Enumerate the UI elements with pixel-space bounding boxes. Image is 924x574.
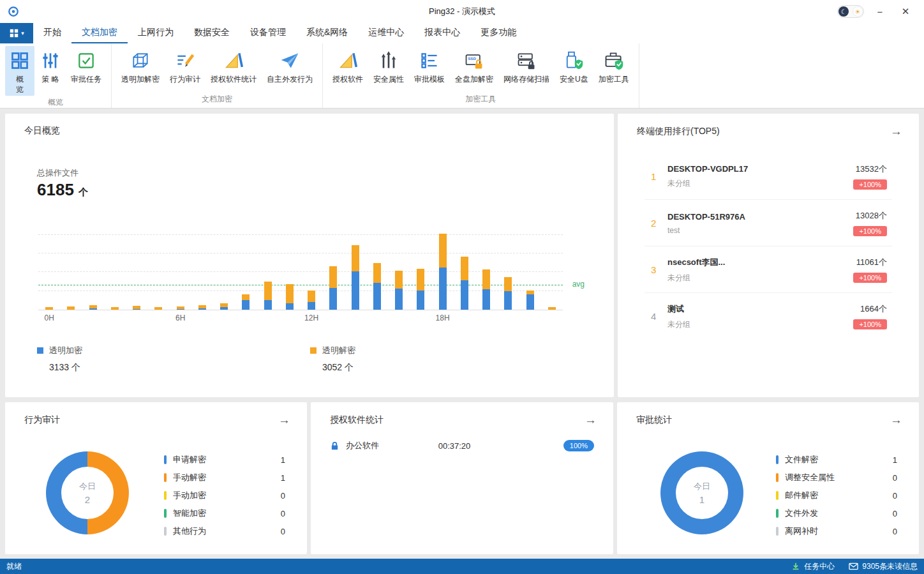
legend-item-申请解密: 申请解密1	[164, 451, 285, 469]
tab-设备管理[interactable]: 设备管理	[240, 23, 296, 43]
hour-bar-19H	[461, 257, 468, 310]
ranking-more-arrow-icon[interactable]: →	[890, 125, 902, 137]
grid-icon	[10, 50, 30, 72]
ribbon-button-策略[interactable]: 策 略	[36, 46, 65, 96]
task-center-button[interactable]: 任务中心	[791, 561, 835, 572]
briefcase-shield-icon	[604, 50, 624, 72]
app-menu-button[interactable]: ▾	[0, 23, 33, 43]
x-tick-22H	[519, 313, 541, 322]
tabs-container: 开始文档加密上网行为数据安全设备管理系统&网络运维中心报表中心更多功能	[33, 23, 526, 43]
approval-more-arrow-icon[interactable]: →	[890, 414, 902, 426]
segment-透明解密	[264, 282, 272, 300]
segment-透明解密	[308, 291, 315, 302]
unread-messages-button[interactable]: 9305条未读信息	[849, 561, 918, 572]
ribbon-button-自主外发行为[interactable]: 自主外发行为	[262, 46, 317, 93]
ribbon-button-安全属性[interactable]: 安全属性	[369, 46, 408, 93]
ribbon-button-行为审计[interactable]: 行为审计	[165, 46, 205, 93]
ribbon-button-概览[interactable]: 概 览	[5, 46, 34, 96]
segment-透明加密	[198, 308, 206, 310]
segment-透明加密	[329, 288, 337, 310]
hourly-bar-chart: avg 0H6H12H18H	[38, 226, 563, 324]
tab-数据安全[interactable]: 数据安全	[184, 23, 240, 43]
tab-报表中心[interactable]: 报表中心	[414, 23, 470, 43]
ribbon-button-授权软件[interactable]: 授权软件	[328, 46, 368, 93]
hour-bar-13H	[329, 266, 337, 310]
theme-toggle[interactable]: ☾ ☀	[837, 5, 864, 18]
tab-系统&网络[interactable]: 系统&网络	[296, 23, 358, 43]
tab-上网行为[interactable]: 上网行为	[128, 23, 184, 43]
x-tick-1H	[60, 313, 82, 322]
app-grid-icon	[9, 28, 19, 38]
segment-透明加密	[177, 309, 184, 310]
legend-item-手动加密: 手动加密0	[164, 487, 285, 504]
segment-透明解密	[548, 307, 556, 310]
hour-bar-11H	[286, 284, 294, 310]
ranking-row-4[interactable]: 4测试未分组1664个+100%	[618, 293, 919, 340]
segment-透明解密	[461, 257, 468, 280]
delta-badge: +100%	[853, 319, 887, 329]
segment-透明加密	[308, 302, 315, 310]
x-tick-16H	[388, 313, 410, 322]
legend-value: 0	[893, 491, 897, 501]
ranking-row-1[interactable]: 1DESKTOP-VGDPL17未分组13532个+100%	[618, 153, 919, 200]
legend-block-透明加密: 透明加密3133 个	[37, 345, 82, 374]
legend-value: 1	[281, 473, 285, 483]
legend-label: 透明解密	[322, 345, 355, 356]
ribbon-button-全盘加解密[interactable]: SSD全盘加解密	[451, 46, 498, 93]
rank-number: 1	[651, 171, 667, 182]
ranking-row-2[interactable]: 2DESKTOP-51R976Atest13028个+100%	[618, 200, 919, 246]
legend-label: 文件外发	[785, 508, 818, 519]
ribbon-button-安全U盘[interactable]: 安全U盘	[555, 46, 593, 93]
segment-透明加密	[264, 300, 272, 310]
ribbon-button-审批模板[interactable]: 审批模板	[410, 46, 449, 93]
software-row-办公软件[interactable]: 办公软件00:37:20100%	[330, 437, 594, 455]
software-name: 办公软件	[346, 440, 403, 451]
terminal-name: 测试	[667, 303, 853, 315]
ribbon-button-网络存储扫描[interactable]: 网络存储扫描	[499, 46, 554, 93]
ribbon-button-透明加解密[interactable]: 透明加解密	[117, 46, 164, 93]
tab-文档加密[interactable]: 文档加密	[71, 23, 128, 43]
legend-label: 手动加密	[173, 490, 206, 501]
lock-icon	[330, 441, 339, 451]
terminal-count: 1664个	[853, 303, 887, 315]
behavior-more-arrow-icon[interactable]: →	[278, 414, 290, 426]
approval-donut-chart: 今日 1	[660, 451, 743, 534]
envelope-icon	[849, 563, 858, 570]
software-more-arrow-icon[interactable]: →	[585, 414, 597, 426]
bar-slot-3H	[104, 226, 126, 310]
segment-透明解密	[111, 307, 119, 310]
tab-开始[interactable]: 开始	[33, 23, 71, 43]
ribbon-button-label: 行为审计	[170, 75, 200, 85]
ranking-row-3[interactable]: 3nsecsoft李国...未分组11061个+100%	[618, 246, 919, 293]
segment-透明加密	[242, 300, 250, 310]
hour-bar-4H	[133, 306, 140, 310]
terminal-name: DESKTOP-51R976A	[667, 212, 853, 222]
close-button[interactable]: ✕	[896, 3, 915, 20]
tab-更多功能[interactable]: 更多功能	[470, 23, 526, 43]
legend-value: 0	[281, 491, 285, 501]
status-ready-text: 就绪	[6, 561, 22, 572]
behavior-card-title: 行为审计	[24, 414, 60, 426]
segment-透明解密	[242, 294, 250, 301]
ribbon-button-授权软件统计[interactable]: 授权软件统计	[206, 46, 261, 93]
ribbon-button-加密工具[interactable]: 加密工具	[594, 46, 634, 93]
segment-透明加密	[439, 268, 447, 310]
statusbar: 就绪 任务中心 9305条未读信息	[0, 559, 924, 574]
ruler-pencil-icon	[223, 50, 244, 72]
total-files-value: 6185 个	[37, 180, 88, 200]
legend-item-调整安全属性: 调整安全属性0	[776, 469, 897, 487]
ribbon-button-label: 加密工具	[599, 75, 629, 85]
avg-label: avg	[572, 280, 585, 289]
legend-block-透明解密: 透明解密3052 个	[310, 345, 355, 374]
tab-运维中心[interactable]: 运维中心	[358, 23, 414, 43]
sun-icon: ☀	[853, 6, 863, 17]
legend-label: 文件解密	[785, 454, 818, 465]
ribbon-button-label: 概 览	[16, 75, 24, 94]
minimize-button[interactable]: −	[870, 3, 890, 20]
ribbon-button-label: 自主外发行为	[267, 75, 313, 85]
ribbon-button-审批任务[interactable]: 审批任务	[66, 46, 106, 96]
terminal-count: 11061个	[853, 257, 887, 268]
bar-slot-8H	[213, 226, 235, 310]
legend-marker	[776, 527, 779, 536]
bar-slot-13H	[322, 226, 344, 310]
